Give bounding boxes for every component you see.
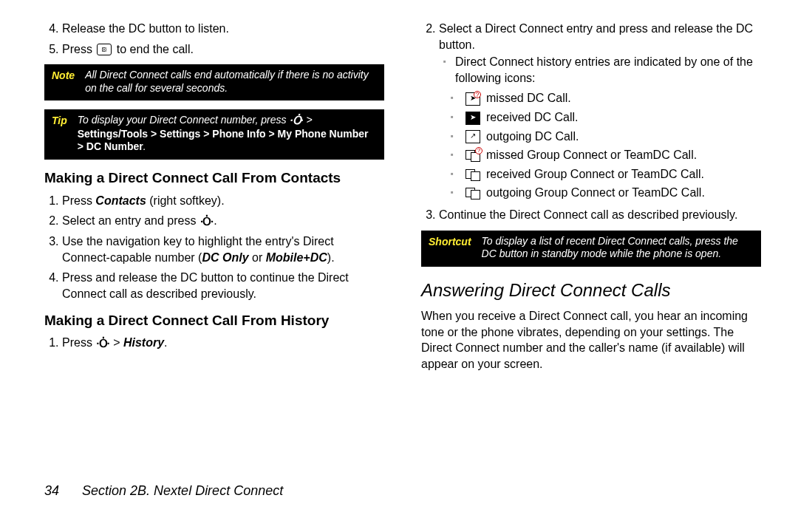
shortcut-box: Shortcut To display a list of recent Dir…	[421, 231, 761, 267]
answering-paragraph: When you receive a Direct Connect call, …	[421, 308, 761, 372]
history-steps: Press ·Ȯ· > History.	[44, 335, 384, 351]
nav-key-icon: ·Ȯ·	[200, 214, 213, 229]
heading-from-contacts: Making a Direct Connect Call From Contac…	[44, 170, 384, 187]
page-number: 34	[44, 483, 59, 498]
contacts-step-4: Press and release the DC button to conti…	[62, 270, 384, 301]
outgoing-dc-icon: ↗	[466, 130, 480, 143]
c3d: Mobile+DC	[266, 251, 327, 264]
right-step-2: Select a Direct Connect entry and press …	[439, 21, 761, 201]
i6: outgoing Group Connect or TeamDC Call.	[486, 186, 705, 199]
c3e: ).	[327, 251, 335, 264]
s2txt: Select a Direct Connect entry and press …	[439, 22, 753, 51]
tip-text: To display your Direct Connect number, p…	[78, 114, 377, 154]
missed-group-icon: ?	[466, 150, 480, 162]
icon-missed-group: ?missed Group Connect or TeamDC Call.	[466, 147, 761, 163]
tip-text-a: To display your Direct Connect number, p…	[78, 114, 287, 126]
tip-text-path: Settings/Tools > Settings > Phone Info >…	[78, 128, 369, 153]
contacts-steps: Press Contacts (right softkey). Select a…	[44, 193, 384, 302]
history-step-1: Press ·Ȯ· > History.	[62, 335, 384, 351]
c1a: Press	[62, 194, 95, 207]
shortcut-text: To display a list of recent Direct Conne…	[482, 235, 754, 261]
outgoing-group-icon	[466, 188, 480, 200]
c3b: DC Only	[202, 251, 248, 264]
tip-box: Tip To display your Direct Connect numbe…	[44, 109, 384, 160]
i4: missed Group Connect or TeamDC Call.	[486, 149, 697, 161]
i2: received DC Call.	[486, 111, 578, 123]
column-left: Release the DC button to listen. Press ⦻…	[44, 21, 384, 473]
heading-answering: Answering Direct Connect Calls	[421, 279, 761, 302]
section-title: Section 2B. Nextel Direct Connect	[82, 483, 283, 498]
i5: received Group Connect or TeamDC Call.	[486, 168, 704, 180]
icon-outgoing-group: outgoing Group Connect or TeamDC Call.	[466, 185, 761, 201]
nav-key-icon: ·Ȯ·	[290, 114, 302, 128]
h1b: History	[123, 336, 164, 349]
heading-from-history: Making a Direct Connect Call From Histor…	[44, 313, 384, 330]
icon-missed-dc: ➤missed DC Call.	[466, 90, 761, 106]
right-step-3: Continue the Direct Connect call as desc…	[439, 207, 761, 223]
step-5: Press ⦻ to end the call.	[62, 41, 384, 58]
icon-outgoing-dc: ↗outgoing DC Call.	[466, 129, 761, 145]
page-footer: 34 Section 2B. Nextel Direct Connect	[0, 473, 798, 499]
i1: missed DC Call.	[486, 92, 571, 104]
received-group-icon	[466, 169, 480, 181]
missed-dc-icon: ➤	[466, 92, 480, 106]
icon-received-group: received Group Connect or TeamDC Call.	[466, 166, 761, 183]
tip-label: Tip	[52, 114, 67, 154]
icon-received-dc: ➤received DC Call.	[466, 109, 761, 126]
column-right: Select a Direct Connect entry and press …	[421, 21, 761, 473]
contacts-step-1: Press Contacts (right softkey).	[62, 193, 384, 209]
nav-key-icon: ·Ȯ·	[96, 336, 109, 351]
c1b: Contacts	[95, 194, 146, 207]
steps-list-top: Release the DC button to listen. Press ⦻…	[44, 21, 384, 57]
h1a: Press	[62, 336, 92, 349]
note-text: All Direct Connect calls end automatical…	[85, 69, 377, 95]
contacts-step-2: Select an entry and press ·Ȯ·.	[62, 213, 384, 229]
page-body: Release the DC button to listen. Press ⦻…	[0, 0, 798, 473]
c3c: or	[249, 251, 266, 264]
c2text: Select an entry and press	[62, 214, 196, 227]
contacts-step-3: Use the navigation key to highlight the …	[62, 233, 384, 265]
icon-intro: Direct Connect history entries are indic…	[439, 54, 761, 86]
end-key-icon: ⦻	[97, 44, 112, 55]
step-5-text-b: to end the call.	[117, 43, 194, 55]
received-dc-icon: ➤	[466, 112, 480, 125]
c1c: (right softkey).	[146, 194, 225, 207]
step-4: Release the DC button to listen.	[62, 21, 384, 37]
right-steps: Select a Direct Connect entry and press …	[421, 21, 761, 223]
step-5-text-a: Press	[62, 43, 92, 55]
note-label: Note	[52, 69, 75, 95]
i3: outgoing DC Call.	[486, 130, 579, 143]
note-box: Note All Direct Connect calls end automa…	[44, 64, 384, 100]
shortcut-label: Shortcut	[429, 235, 471, 261]
icon-list: ➤missed DC Call. ➤received DC Call. ↗out…	[439, 90, 761, 201]
